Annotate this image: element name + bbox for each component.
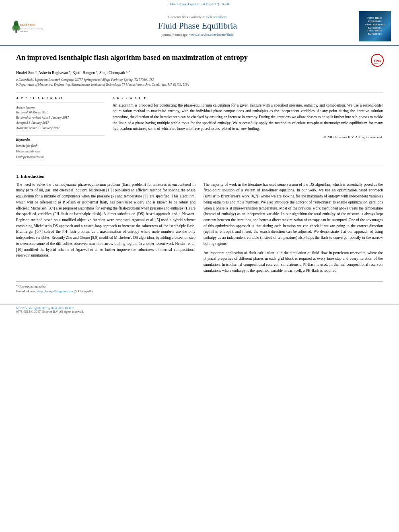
abstract-label: A B S T R A C T (113, 97, 383, 100)
elsevier-logo: ELSEVIER Your research. Your community. … (8, 18, 44, 35)
author-sun: Huafei Sun (16, 71, 35, 75)
homepage-link[interactable]: www.elsevier.com/locate/fluid (189, 33, 234, 37)
footer-issn: 0378-3812/© 2017 Elsevier B.V. All right… (16, 310, 383, 314)
abstract-section: A B S T R A C T An algorithm is proposed… (113, 97, 383, 160)
available-date: Available online 12 January 2017 (16, 126, 105, 131)
journal-logo-box: FLUID PHASE EQUILIBRIA AND FLUID PHASE E… (359, 11, 391, 41)
svg-text:Your research. Your community.: Your research. Your community. (20, 27, 43, 29)
crossmark-icon: Cross Mark (373, 56, 381, 64)
homepage-line: journal homepage: www.elsevier.com/locat… (44, 33, 351, 37)
history-label: Article history: (16, 105, 105, 111)
abstract-text: An algorithm is proposed for conducting … (113, 103, 383, 132)
intro-two-column: The need to solve the thermodynamic phas… (16, 182, 383, 274)
article-title: An improved isenthalpic flash algorithm … (16, 53, 248, 63)
main-content: An improved isenthalpic flash algorithm … (0, 46, 399, 300)
accepted-date: Accepted 8 January 2017 (16, 121, 105, 126)
corresponding-author: * Corresponding author. (16, 284, 383, 289)
keywords-label: Keywords: (16, 138, 105, 142)
science-direct-link[interactable]: ScienceDirect (206, 15, 226, 19)
journal-reference: Fluid Phase Equilibria 438 (2017) 18–28 (170, 2, 229, 6)
article-info-box: Article history: Received 30 March 2016 … (16, 103, 105, 131)
received-date: Received 30 March 2016 (16, 110, 105, 115)
article-info-section: A R T I C L E I N F O Article history: R… (16, 97, 105, 160)
affiliation-a: a ExxonMobil Upstream Research Company, … (16, 78, 383, 82)
svg-text:ELSEVIER: ELSEVIER (20, 23, 36, 26)
authors-line: Huafei Sun a, Ashwin Raghavan b, Kjetil … (16, 70, 383, 75)
section-divider (16, 167, 383, 167)
footer-bar: http://dx.doi.org/10.1016/j.fluid.2017.0… (0, 304, 399, 315)
email-footnote: E-mail address: shaji.chempath@gmail.com… (16, 289, 383, 294)
intro-right-paragraph-2: An important application of flash calcul… (204, 250, 383, 274)
article-info-label: A R T I C L E I N F O (16, 97, 105, 100)
elsevier-logo-icon: ELSEVIER Your research. Your community. … (8, 18, 44, 35)
footnote-area: * Corresponding author. E-mail address: … (16, 281, 383, 294)
contents-line: Contents lists available at ScienceDirec… (44, 15, 351, 19)
author-haugen: Kjetil Haugen (72, 71, 96, 75)
keyword-3: Entropy maximization (16, 154, 105, 160)
affiliation-marker-a3: a, * (126, 70, 130, 73)
intro-left-paragraph: The need to solve the thermodynamic phas… (16, 182, 195, 259)
footer-links: http://dx.doi.org/10.1016/j.fluid.2017.0… (16, 306, 383, 310)
revised-date: Received in revised form 3 January 2017 (16, 115, 105, 121)
keyword-1: Isenthalpic flash (16, 143, 105, 149)
svg-point-2 (12, 25, 16, 30)
intro-left-column: The need to solve the thermodynamic phas… (16, 182, 195, 274)
intro-right-paragraph-1: The majority of work in the literature h… (204, 182, 383, 247)
intro-right-column: The majority of work in the literature h… (204, 182, 383, 274)
two-column-section: A R T I C L E I N F O Article history: R… (16, 92, 383, 160)
intro-section-title: 1. Introduction (16, 174, 383, 179)
svg-text:Mark: Mark (374, 62, 378, 64)
svg-point-3 (16, 25, 20, 30)
top-bar: Fluid Phase Equilibria 438 (2017) 18–28 (0, 0, 399, 7)
email-link[interactable]: shaji.chempath@gmail.com (37, 290, 73, 293)
author-chempath: Shaji Chempath (99, 71, 126, 75)
crossmark: Cross Mark (371, 51, 383, 63)
journal-header-center: Contents lists available at ScienceDirec… (44, 15, 351, 38)
journal-header-right: FLUID PHASE EQUILIBRIA AND FLUID PHASE E… (351, 11, 391, 41)
author-raghavan: Ashwin Raghavan (38, 71, 69, 75)
keywords-section: Keywords: Isenthalpic flash Phase equili… (16, 135, 105, 160)
journal-header: ELSEVIER Your research. Your community. … (0, 7, 399, 46)
affiliations: a ExxonMobil Upstream Research Company, … (16, 78, 383, 87)
affiliation-b: b Department of Mechanical Engineering, … (16, 82, 383, 87)
svg-point-4 (14, 21, 19, 26)
journal-title: Fluid Phase Equilibria (44, 21, 351, 31)
svg-text:Your future.: Your future. (20, 30, 29, 32)
copyright-notice: © 2017 Elsevier B.V. All rights reserved… (113, 135, 383, 139)
doi-link[interactable]: http://dx.doi.org/10.1016/j.fluid.2017.0… (16, 306, 74, 310)
keyword-2: Phase equilibrium (16, 149, 105, 154)
journal-logo-text: FLUID PHASE EQUILIBRIA AND FLUID PHASE E… (365, 17, 385, 35)
